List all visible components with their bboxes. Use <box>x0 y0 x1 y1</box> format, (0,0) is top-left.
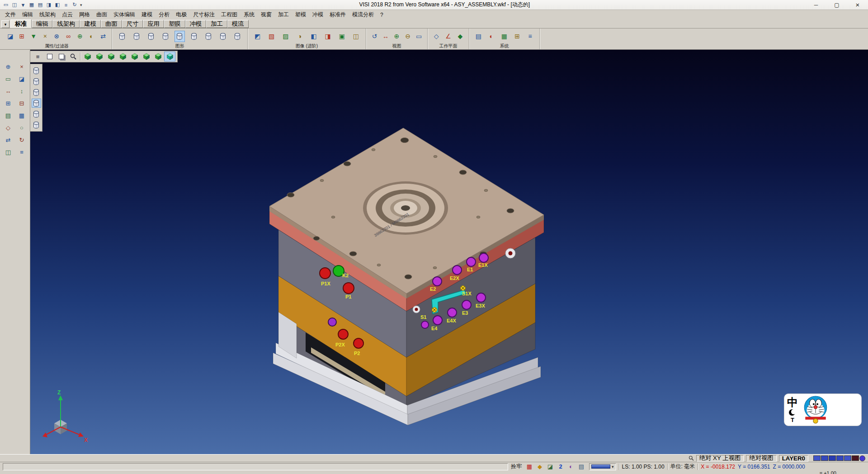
hidden-line-image-icon[interactable]: ▨ <box>280 31 291 42</box>
linetype-select[interactable]: ▾ <box>589 463 616 470</box>
zoom-extents-icon[interactable] <box>67 52 79 62</box>
menu-item[interactable]: 网格 <box>76 10 93 19</box>
render-wireframe-icon[interactable] <box>117 31 127 42</box>
render-shaded-icon[interactable] <box>146 31 156 42</box>
zoom-select-icon[interactable] <box>689 455 694 461</box>
layer-move-icon[interactable]: ⇄ <box>98 31 108 42</box>
pen-color-2[interactable] <box>821 455 828 461</box>
view-dynamic-icon[interactable] <box>164 52 175 62</box>
snap-grid-icon[interactable]: ▦ <box>524 463 534 471</box>
system-options-icon[interactable]: ≡ <box>525 31 535 42</box>
rotate-view-icon[interactable]: ↺ <box>369 31 380 42</box>
ambient-image-icon[interactable]: ◑ <box>294 31 305 42</box>
locating-ring[interactable] <box>363 181 448 235</box>
render-dynamic-icon[interactable] <box>175 31 185 42</box>
dynamic-section-icon[interactable]: ◨ <box>323 31 333 42</box>
shaded-image-icon[interactable]: ◩ <box>252 31 263 42</box>
tab-dropdown-icon[interactable]: ▾ <box>1 20 9 28</box>
workplane-3point-icon[interactable]: ∠ <box>443 31 453 42</box>
chain-select-icon[interactable]: ∞ <box>63 31 74 42</box>
filter-remove-icon[interactable]: × <box>40 31 50 42</box>
workplane-standard-icon[interactable]: ◇ <box>431 31 442 42</box>
solid-display-filter-6[interactable] <box>32 120 41 129</box>
menu-item[interactable]: 电极 <box>173 10 190 19</box>
3d-viewport[interactable]: 39862201 / M9862201 <box>30 50 868 454</box>
calculator-icon[interactable]: ⊞ <box>512 31 523 42</box>
render-analysis-icon[interactable] <box>232 31 242 42</box>
solid-display-filter-5[interactable] <box>32 109 41 118</box>
move-vertical-icon[interactable]: ↕ <box>16 86 27 96</box>
menu-item[interactable]: 编辑 <box>19 10 36 19</box>
tab[interactable]: 建模 <box>80 20 101 28</box>
multi-view-icon[interactable] <box>56 52 67 62</box>
grid-settings-icon[interactable]: ▦ <box>499 31 509 42</box>
list-icon[interactable]: ≡ <box>62 1 70 9</box>
solid-display-filter-4[interactable] <box>32 99 41 108</box>
menu-item[interactable]: 标准件 <box>326 10 349 19</box>
render-settings-icon[interactable]: ◐ <box>486 31 496 42</box>
zoom-in-view-icon[interactable]: ⊕ <box>392 31 402 42</box>
mold-assembly-model[interactable]: 39862201 / M9862201 <box>30 50 868 454</box>
menu-item[interactable]: 塑模 <box>292 10 309 19</box>
workplane-view-icon[interactable]: ◆ <box>455 31 465 42</box>
capture-image-icon[interactable]: ▣ <box>337 31 347 42</box>
menu-item[interactable]: 冲模 <box>309 10 326 19</box>
zoom-out-view-icon[interactable]: ⊖ <box>403 31 413 42</box>
move-horizontal-icon[interactable]: ↔ <box>3 86 14 96</box>
menu-item[interactable]: 建模 <box>138 10 156 19</box>
view-options-icon[interactable]: ≡ <box>32 52 43 62</box>
delete-icon[interactable]: × <box>16 62 27 71</box>
wcs-icon[interactable]: ◇ <box>3 123 14 133</box>
tab[interactable]: 曲面 <box>101 20 122 28</box>
filter-type-icon[interactable]: ▼ <box>28 31 39 42</box>
layer-button[interactable]: LAYER0 <box>779 455 808 462</box>
circle-tool-icon[interactable]: ○ <box>16 123 27 133</box>
solid-display-filter-2[interactable] <box>32 77 41 86</box>
wireframe-image-icon[interactable]: ▧ <box>266 31 277 42</box>
tab[interactable]: 编辑 <box>32 20 53 28</box>
close-button[interactable]: × <box>847 0 868 9</box>
pan-view-icon[interactable]: ↔ <box>380 31 391 42</box>
group-select-icon[interactable]: ⊕ <box>75 31 85 42</box>
menu-item[interactable]: 工程图 <box>218 10 241 19</box>
draw-mode-icon[interactable]: ◪ <box>545 463 555 471</box>
tab[interactable]: 加工 <box>206 20 227 28</box>
menu-item[interactable]: 线架构 <box>36 10 59 19</box>
pattern-icon[interactable]: ▤ <box>576 463 586 471</box>
menu-item[interactable]: 视窗 <box>258 10 275 19</box>
zoom-window-icon[interactable]: ▭ <box>414 31 424 42</box>
render-flat-icon[interactable] <box>203 31 214 42</box>
view-axonometric-icon[interactable] <box>82 52 93 62</box>
pen-color-6[interactable] <box>852 455 859 461</box>
snap-entity-icon[interactable]: ◆ <box>535 463 545 471</box>
layer-manager-icon[interactable]: ▤ <box>473 31 484 42</box>
menu-item[interactable]: 分析 <box>156 10 173 19</box>
zoom-in-icon[interactable]: ⊞ <box>3 98 14 108</box>
single-view-icon[interactable] <box>44 52 55 62</box>
open-file-icon[interactable]: ◫ <box>10 1 19 9</box>
select-icon[interactable]: ⊕ <box>3 62 14 71</box>
render-transparent-icon[interactable] <box>189 31 199 42</box>
swap-icon[interactable]: ⇄ <box>3 135 14 145</box>
pen-color-5[interactable] <box>844 455 851 461</box>
tab[interactable]: 尺寸 <box>122 20 143 28</box>
view-top-icon[interactable] <box>94 52 105 62</box>
grid-icon[interactable]: ▦ <box>16 110 27 120</box>
undo-icon[interactable]: ↻ <box>71 1 79 9</box>
menu-item[interactable]: 文件 <box>2 10 19 19</box>
view-right-icon[interactable] <box>141 52 152 62</box>
view-left-icon[interactable] <box>129 52 140 62</box>
tab[interactable]: 线架构 <box>52 20 80 28</box>
tab[interactable]: 模流 <box>227 20 249 28</box>
tab[interactable]: 塑膜 <box>164 20 185 28</box>
tab[interactable]: 标准 <box>10 19 32 28</box>
copy-icon[interactable]: ◧ <box>53 1 61 9</box>
menu-item[interactable]: ? <box>377 11 387 19</box>
render-shaded-edges-icon[interactable] <box>160 31 170 42</box>
preview-icon[interactable]: ▤ <box>36 1 44 9</box>
color-match-icon[interactable]: ◐ <box>86 31 97 42</box>
render-textured-icon[interactable] <box>218 31 228 42</box>
filter-clear-icon[interactable]: ⊗ <box>52 31 62 42</box>
menu-item[interactable]: 实体编辑 <box>110 10 138 19</box>
snap-view-button[interactable]: 绝对 XY 上视图 <box>696 455 744 462</box>
